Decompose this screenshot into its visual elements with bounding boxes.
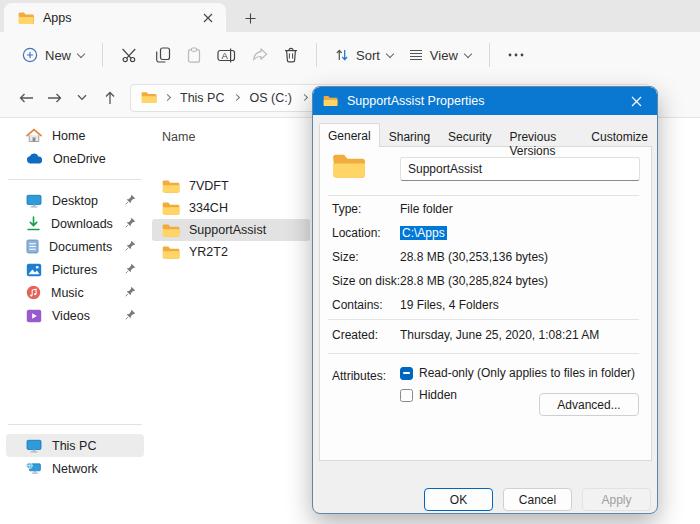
delete-icon <box>284 47 298 63</box>
folder-icon <box>162 245 180 260</box>
desktop-icon <box>26 194 42 208</box>
sidebar-item-label: Downloads <box>51 217 113 231</box>
folder-icon <box>332 152 366 183</box>
cancel-button[interactable]: Cancel <box>503 488 572 511</box>
apply-button: Apply <box>582 488 651 511</box>
breadcrumb-chevron-icon <box>301 94 308 101</box>
sidebar-divider <box>8 424 142 425</box>
chevron-down-icon <box>464 49 472 57</box>
sidebar-item-home[interactable]: Home <box>6 124 144 147</box>
readonly-label: Read-only (Only applies to files in fold… <box>419 366 635 380</box>
file-row-7vdft[interactable]: 7VDFT <box>152 175 310 197</box>
new-button-label: New <box>45 48 71 63</box>
pictures-icon <box>26 263 42 277</box>
tab-general[interactable]: General <box>319 123 380 147</box>
tab-title: Apps <box>43 11 189 25</box>
cut-button[interactable] <box>113 41 147 69</box>
tab-previous-versions[interactable]: Previous Versions <box>500 126 582 147</box>
paste-icon <box>187 47 201 63</box>
folder-icon <box>323 95 338 107</box>
sidebar-item-documents[interactable]: Documents <box>6 235 144 258</box>
pin-icon <box>125 240 136 254</box>
location-value[interactable]: C:\Apps <box>400 226 447 240</box>
tab-security[interactable]: Security <box>439 126 500 147</box>
sort-button[interactable]: Sort <box>327 42 401 69</box>
recent-chevron-icon[interactable] <box>68 84 96 112</box>
size-on-disk-label: Size on disk: <box>332 274 400 288</box>
advanced-button[interactable]: Advanced... <box>539 393 639 416</box>
tab-sharing[interactable]: Sharing <box>380 126 439 147</box>
paste-button[interactable] <box>179 41 209 69</box>
dialog-close-icon[interactable] <box>625 90 647 112</box>
sidebar-item-label: Desktop <box>52 194 98 208</box>
sidebar-item-videos[interactable]: Videos <box>6 304 144 327</box>
copy-icon <box>155 47 171 63</box>
more-icon <box>508 53 524 57</box>
created-value: Thursday, June 25, 2020, 1:08:21 AM <box>400 328 599 342</box>
breadcrumb-chevron-icon <box>164 94 171 101</box>
contains-value: 19 Files, 4 Folders <box>400 298 499 312</box>
sidebar-item-label: Home <box>52 129 85 143</box>
folder-icon <box>162 201 180 216</box>
attributes-label: Attributes: <box>332 369 386 383</box>
sidebar-item-pictures[interactable]: Pictures <box>6 258 144 281</box>
breadcrumb-os-c[interactable]: OS (C:) <box>247 89 293 107</box>
this-pc-icon <box>26 439 42 453</box>
column-header-label: Name <box>162 130 195 144</box>
file-explorer-window: Apps New <box>0 0 700 524</box>
sidebar-item-this-pc[interactable]: This PC <box>6 434 144 457</box>
sidebar-item-label: Network <box>52 462 98 476</box>
folder-icon <box>162 223 180 238</box>
back-icon[interactable] <box>12 84 40 112</box>
music-icon <box>26 285 41 300</box>
divider <box>328 353 639 354</box>
tab-customize[interactable]: Customize <box>582 126 657 147</box>
sidebar-item-network[interactable]: Network <box>6 457 144 480</box>
onedrive-icon <box>26 153 43 164</box>
command-toolbar: New A <box>0 32 700 78</box>
breadcrumb-this-pc[interactable]: This PC <box>178 89 226 107</box>
new-button[interactable]: New <box>14 41 92 69</box>
file-row-yr2t2[interactable]: YR2T2 <box>152 241 310 263</box>
copy-button[interactable] <box>147 41 179 69</box>
svg-text:A: A <box>222 50 229 61</box>
toolbar-separator <box>102 43 103 67</box>
new-tab-button[interactable] <box>238 6 262 30</box>
file-row-supportassist[interactable]: SupportAssist <box>152 219 310 241</box>
readonly-checkbox[interactable] <box>400 367 413 380</box>
sidebar-item-desktop[interactable]: Desktop <box>6 189 144 212</box>
toolbar-separator <box>316 43 317 67</box>
folder-icon <box>141 91 157 104</box>
sidebar-item-music[interactable]: Music <box>6 281 144 304</box>
up-icon[interactable] <box>96 84 124 112</box>
more-options-button[interactable] <box>500 47 532 63</box>
hidden-checkbox[interactable] <box>400 389 413 402</box>
rename-button[interactable]: A <box>209 42 244 69</box>
dialog-title: SupportAssist Properties <box>347 94 616 108</box>
file-name: SupportAssist <box>189 223 266 237</box>
divider <box>328 319 639 320</box>
dialog-title-bar[interactable]: SupportAssist Properties <box>313 87 657 115</box>
share-icon <box>252 48 268 62</box>
videos-icon <box>26 309 42 323</box>
created-label: Created: <box>332 328 378 342</box>
pin-icon <box>125 194 136 208</box>
size-label: Size: <box>332 250 359 264</box>
breadcrumb-chevron-icon <box>233 94 240 101</box>
share-button[interactable] <box>244 42 276 68</box>
properties-dialog: SupportAssist Properties General Sharing… <box>312 86 658 514</box>
sidebar-item-onedrive[interactable]: OneDrive <box>6 147 144 170</box>
view-button[interactable]: View <box>401 42 479 69</box>
forward-icon[interactable] <box>40 84 68 112</box>
sidebar-item-downloads[interactable]: Downloads <box>6 212 144 235</box>
delete-button[interactable] <box>276 41 306 69</box>
folder-name-field[interactable] <box>400 157 640 181</box>
navigation-sidebar: Home OneDrive Desktop Downloads <box>0 118 150 524</box>
network-icon <box>26 462 42 476</box>
explorer-tab-apps[interactable]: Apps <box>4 3 226 32</box>
tab-close-icon[interactable] <box>198 8 218 28</box>
ok-button[interactable]: OK <box>424 488 493 511</box>
view-icon <box>409 49 423 61</box>
file-row-334ch[interactable]: 334CH <box>152 197 310 219</box>
tab-strip: Apps <box>0 0 700 32</box>
